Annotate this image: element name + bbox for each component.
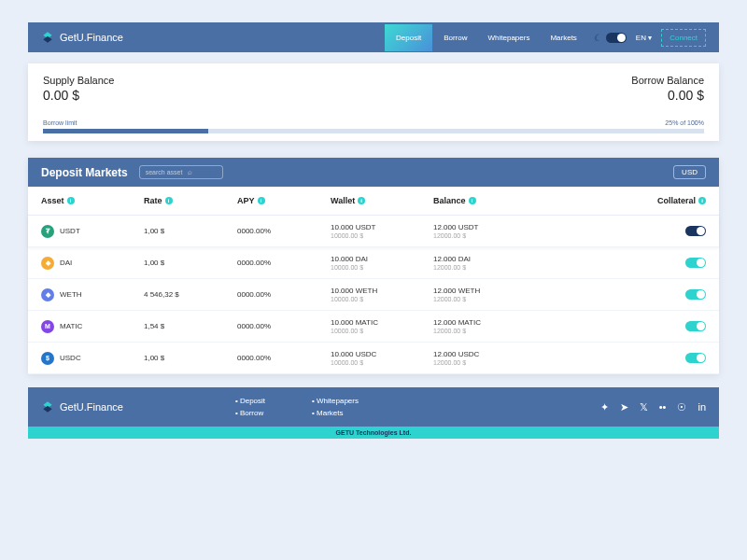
rate-cell: 1,54 $ [144, 322, 237, 330]
markets-title: Deposit Markets [41, 166, 128, 179]
nav-whitepapers[interactable]: Whitepapers [478, 24, 539, 51]
medium-icon[interactable]: •• [659, 401, 667, 413]
search-input[interactable]: search asset ⌕ [139, 165, 223, 179]
table-row[interactable]: ₮USDT1,00 $0000.00%10.000 USDT10000.00 $… [28, 216, 719, 247]
coin-icon: M [41, 320, 54, 333]
col-asset: Asset [41, 196, 64, 205]
wallet-cell: 10.000 USDC10000.00 $ [331, 350, 433, 366]
nav-right: ☾ EN ▾ Connect [594, 29, 706, 47]
rate-cell: 1,00 $ [144, 354, 237, 362]
apy-cell: 0000.00% [237, 322, 331, 330]
footer-links: • Deposit • Borrow • Whitepapers • Marke… [235, 397, 359, 417]
logo-icon [41, 400, 54, 413]
footer: GetU.Finance • Deposit • Borrow • Whitep… [28, 387, 719, 427]
markets-table: Asseti Ratei APYi Walleti Balancei Colla… [28, 187, 719, 374]
rate-cell: 4 546,32 $ [144, 290, 237, 299]
nav-markets[interactable]: Markets [541, 24, 585, 51]
nav: Deposit Borrow Whitepapers Markets [385, 24, 586, 51]
borrow-value: 0.00 $ [631, 88, 704, 103]
table-header: Asseti Ratei APYi Walleti Balancei Colla… [28, 187, 719, 216]
collateral-toggle[interactable] [685, 258, 706, 268]
markets-header: Deposit Markets search asset ⌕ USD [28, 158, 719, 187]
balance-cell: 12.000 WETH12000.00 $ [433, 287, 545, 302]
asset-symbol: USDC [60, 354, 81, 362]
col-balance: Balance [433, 196, 466, 205]
apy-cell: 0000.00% [237, 227, 331, 235]
table-row[interactable]: ◆WETH4 546,32 $0000.00%10.000 WETH10000.… [28, 279, 719, 311]
wallet-cell: 10.000 DAI10000.00 $ [331, 255, 433, 271]
balance-cell: 12.000 USDT12000.00 $ [433, 223, 545, 239]
deposit-markets: Deposit Markets search asset ⌕ USD Asset… [28, 158, 719, 374]
reddit-icon[interactable]: ☉ [677, 401, 686, 413]
collateral-toggle[interactable] [685, 289, 706, 300]
linkedin-icon[interactable]: in [698, 401, 706, 413]
borrow-limit-pct: 25% of 100% [665, 119, 704, 126]
coin-icon: $ [41, 352, 54, 365]
info-icon[interactable]: i [698, 197, 706, 204]
col-wallet: Wallet [331, 196, 355, 205]
coin-icon: ◆ [41, 288, 54, 301]
balance-cell: 12.000 DAI12000.00 $ [433, 255, 545, 271]
footer-borrow[interactable]: • Borrow [235, 409, 265, 417]
coin-icon: ◈ [41, 257, 54, 270]
asset-symbol: USDT [60, 227, 80, 235]
footer-logo[interactable]: GetU.Finance [41, 400, 123, 413]
discord-icon[interactable]: ✦ [600, 401, 609, 413]
twitter-icon[interactable]: 𝕏 [640, 401, 648, 413]
search-icon: ⌕ [188, 168, 192, 176]
col-rate: Rate [144, 196, 162, 205]
col-collateral: Collateral [657, 196, 696, 205]
collateral-toggle[interactable] [685, 321, 706, 331]
lang-select[interactable]: EN ▾ [636, 34, 652, 42]
wallet-cell: 10.000 WETH10000.00 $ [331, 287, 433, 302]
apy-cell: 0000.00% [237, 259, 331, 267]
info-icon[interactable]: i [358, 197, 365, 204]
footer-deposit[interactable]: • Deposit [235, 397, 265, 405]
info-icon[interactable]: i [469, 197, 476, 204]
footer-brand: GetU.Finance [60, 401, 123, 413]
col-apy: APY [237, 196, 255, 205]
moon-icon: ☾ [594, 33, 602, 43]
asset-symbol: WETH [60, 290, 82, 299]
supply-label: Supply Balance [43, 75, 114, 86]
currency-select[interactable]: USD [673, 165, 706, 179]
rate-cell: 1,00 $ [144, 259, 237, 267]
connect-button[interactable]: Connect [661, 29, 706, 47]
balance-card: Supply Balance 0.00 $ Borrow Balance 0.0… [28, 63, 719, 141]
footer-whitepapers[interactable]: • Whitepapers [312, 397, 359, 405]
brand-logo[interactable]: GetU.Finance [41, 31, 123, 44]
info-icon[interactable]: i [258, 197, 265, 204]
table-row[interactable]: MMATIC1,54 $0000.00%10.000 MATIC10000.00… [28, 311, 719, 343]
logo-icon [41, 31, 54, 44]
wallet-cell: 10.000 USDT10000.00 $ [331, 223, 433, 239]
asset-symbol: MATIC [60, 322, 82, 330]
theme-toggle[interactable]: ☾ [594, 33, 627, 43]
social-icons: ✦ ➤ 𝕏 •• ☉ in [600, 401, 706, 413]
table-row[interactable]: $USDC1,00 $0000.00%10.000 USDC10000.00 $… [28, 343, 719, 374]
collateral-toggle[interactable] [685, 353, 706, 363]
info-icon[interactable]: i [67, 197, 75, 204]
copyright: GETU Technologies Ltd. [28, 427, 719, 439]
info-icon[interactable]: i [165, 197, 173, 204]
nav-deposit[interactable]: Deposit [385, 24, 432, 51]
telegram-icon[interactable]: ➤ [620, 401, 628, 413]
coin-icon: ₮ [41, 225, 54, 238]
borrow-label: Borrow Balance [631, 75, 704, 86]
asset-symbol: DAI [60, 259, 72, 267]
apy-cell: 0000.00% [237, 354, 331, 362]
nav-borrow[interactable]: Borrow [434, 24, 476, 51]
footer-markets[interactable]: • Markets [312, 409, 359, 417]
borrow-limit-label: Borrow limit [43, 119, 78, 126]
collateral-toggle[interactable] [685, 226, 706, 236]
borrow-balance: Borrow Balance 0.00 $ [631, 75, 704, 103]
brand-name: GetU.Finance [60, 32, 123, 43]
wallet-cell: 10.000 MATIC10000.00 $ [331, 318, 433, 334]
theme-switch[interactable] [606, 33, 627, 43]
supply-value: 0.00 $ [43, 88, 114, 103]
borrow-limit-bar [43, 129, 704, 133]
supply-balance: Supply Balance 0.00 $ [43, 75, 114, 103]
search-placeholder: search asset [146, 169, 183, 175]
apy-cell: 0000.00% [237, 290, 331, 299]
header: GetU.Finance Deposit Borrow Whitepapers … [28, 22, 719, 52]
table-row[interactable]: ◈DAI1,00 $0000.00%10.000 DAI10000.00 $12… [28, 247, 719, 279]
